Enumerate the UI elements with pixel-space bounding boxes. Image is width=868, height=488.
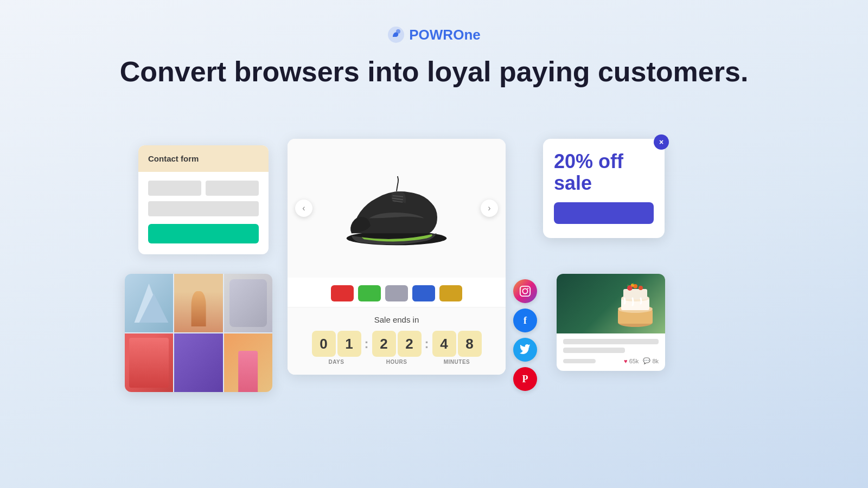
thumb-red[interactable] xyxy=(331,285,354,301)
thumb-gray[interactable] xyxy=(385,285,408,301)
form-row-name xyxy=(148,181,259,196)
thumb-yellow[interactable] xyxy=(439,285,462,301)
likes-stat: ♥ 65k xyxy=(624,357,639,364)
sale-ends-label: Sale ends in xyxy=(298,315,495,324)
minutes-label: MINUTES xyxy=(444,359,470,365)
gallery-cell-1[interactable] xyxy=(125,274,173,332)
blog-title-line xyxy=(563,339,659,344)
thumb-blue[interactable] xyxy=(412,285,435,301)
countdown-days: 0 1 DAYS xyxy=(312,331,361,365)
carousel-main: ‹ xyxy=(288,139,506,278)
pinterest-letter: P xyxy=(522,374,528,385)
blog-stats: ♥ 65k 💬 8k xyxy=(624,357,659,364)
countdown-sep-1: : xyxy=(363,336,370,351)
sale-cta-button[interactable] xyxy=(554,202,654,224)
thumb-green[interactable] xyxy=(358,285,381,301)
form-submit-button[interactable] xyxy=(148,224,259,243)
countdown-timer: Sale ends in 0 1 DAYS : 2 2 xyxy=(288,307,506,375)
blog-meta: ♥ 65k 💬 8k xyxy=(563,357,659,364)
blog-content: ♥ 65k 💬 8k xyxy=(557,333,665,371)
logo-powr: POWR xyxy=(409,27,453,43)
sale-close-button[interactable]: × xyxy=(654,134,669,150)
svg-point-7 xyxy=(522,288,527,293)
svg-rect-14 xyxy=(623,289,647,299)
contact-form-header: Contact form xyxy=(138,145,269,172)
header: POWROne Convert browsers into loyal payi… xyxy=(0,0,868,87)
pinterest-icon[interactable]: P xyxy=(513,367,537,391)
cake-svg xyxy=(614,279,657,331)
countdown-days-tens: 0 xyxy=(312,331,336,357)
carousel-left-arrow[interactable]: ‹ xyxy=(295,200,312,217)
facebook-letter: f xyxy=(524,315,527,326)
headline: Convert browsers into loyal paying custo… xyxy=(0,56,868,87)
powr-logo-icon xyxy=(387,26,405,43)
countdown-minutes: 4 8 MINUTES xyxy=(432,331,482,365)
facebook-icon[interactable]: f xyxy=(513,309,537,332)
gallery-cell-6[interactable] xyxy=(224,333,272,392)
carousel-thumbnails xyxy=(288,278,506,307)
gallery-widget[interactable] xyxy=(125,274,272,392)
countdown-minutes-tens: 4 xyxy=(432,331,456,357)
contact-form-body xyxy=(138,172,269,254)
countdown-days-ones: 1 xyxy=(337,331,361,357)
svg-point-17 xyxy=(639,286,643,290)
gallery-cell-4[interactable] xyxy=(125,333,173,392)
countdown-hours: 2 2 HOURS xyxy=(372,331,422,365)
form-field-last-name[interactable] xyxy=(206,181,259,196)
blog-image xyxy=(557,274,665,333)
gallery-cell-2[interactable] xyxy=(174,274,222,332)
instagram-svg xyxy=(519,285,531,297)
svg-point-1 xyxy=(396,29,400,34)
sale-text: 20% off sale xyxy=(554,151,654,194)
instagram-icon[interactable] xyxy=(513,279,537,303)
days-label: DAYS xyxy=(329,359,344,365)
countdown-minutes-ones: 8 xyxy=(458,331,482,357)
logo-text: POWROne xyxy=(409,27,480,43)
countdown-hours-tens: 2 xyxy=(372,331,396,357)
svg-point-8 xyxy=(527,288,528,289)
countdown-sep-2: : xyxy=(424,336,430,351)
hours-label: HOURS xyxy=(386,359,407,365)
comment-icon: 💬 xyxy=(643,357,650,364)
logo[interactable]: POWROne xyxy=(387,26,480,43)
widgets-area: Contact form ‹ xyxy=(0,119,868,488)
sale-popup-widget: × 20% off sale xyxy=(543,139,665,238)
svg-rect-6 xyxy=(520,286,530,296)
sneaker-svg xyxy=(331,165,462,252)
likes-count: 65k xyxy=(629,358,639,364)
blog-author xyxy=(563,359,596,363)
blog-widget: ♥ 65k 💬 8k xyxy=(557,274,665,371)
comments-stat: 💬 8k xyxy=(643,357,659,364)
gallery-cell-5[interactable] xyxy=(174,333,222,392)
social-icons-widget: f P xyxy=(513,279,537,391)
sneaker-image xyxy=(326,157,467,260)
countdown: 0 1 DAYS : 2 2 HOURS : xyxy=(298,331,495,365)
carousel-right-arrow[interactable]: › xyxy=(481,200,498,217)
carousel-widget: ‹ xyxy=(288,139,506,375)
contact-form-widget: Contact form xyxy=(138,145,269,254)
twitter-svg xyxy=(520,344,531,355)
countdown-hours-ones: 2 xyxy=(398,331,422,357)
form-field-email[interactable] xyxy=(148,201,259,216)
heart-icon: ♥ xyxy=(624,358,628,364)
twitter-icon[interactable] xyxy=(513,338,537,362)
blog-subtitle-line xyxy=(563,348,625,353)
comments-count: 8k xyxy=(652,358,659,364)
gallery-cell-3[interactable] xyxy=(224,274,272,332)
logo-one: One xyxy=(453,27,481,43)
form-field-first-name[interactable] xyxy=(148,181,201,196)
